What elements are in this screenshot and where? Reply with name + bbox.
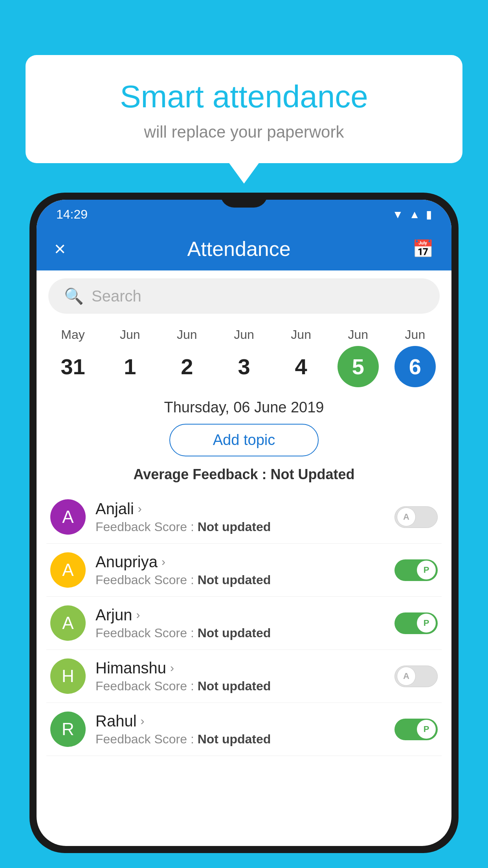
- student-feedback: Feedback Score : Not updated: [95, 732, 394, 747]
- calendar-day-4[interactable]: Jun4: [275, 327, 327, 387]
- student-info: Himanshu ›Feedback Score : Not updated: [95, 659, 394, 693]
- student-item-4[interactable]: RRahul ›Feedback Score : Not updatedP: [46, 703, 442, 756]
- calendar-day-2[interactable]: Jun2: [161, 327, 213, 387]
- chevron-right-icon: ›: [161, 555, 165, 568]
- chevron-right-icon: ›: [170, 661, 174, 675]
- cal-month-label: Jun: [348, 327, 368, 342]
- cal-date-number: 3: [223, 346, 264, 387]
- toggle-thumb: P: [417, 561, 436, 579]
- status-icons: ▼ ▲ ▮: [393, 208, 432, 221]
- cal-date-number: 5: [338, 346, 379, 387]
- cal-date-number: 31: [52, 346, 94, 387]
- student-info: Rahul ›Feedback Score : Not updated: [95, 712, 394, 747]
- feedback-value: Not updated: [198, 573, 271, 587]
- calendar-day-0[interactable]: May31: [48, 327, 99, 387]
- toggle-switch[interactable]: P: [394, 559, 438, 581]
- phone-inner: 14:29 ▼ ▲ ▮ × Attendance 📅 🔍 Search Ma: [37, 200, 451, 846]
- app-bar: × Attendance 📅: [37, 227, 451, 270]
- student-avatar: A: [50, 605, 86, 641]
- student-item-0[interactable]: AAnjali ›Feedback Score : Not updatedA: [46, 491, 442, 544]
- calendar-icon[interactable]: 📅: [412, 239, 434, 259]
- phone-outer: 14:29 ▼ ▲ ▮ × Attendance 📅 🔍 Search Ma: [29, 193, 459, 853]
- attendance-toggle[interactable]: P: [394, 559, 438, 581]
- close-button[interactable]: ×: [54, 237, 66, 260]
- avg-feedback-value: Not Updated: [270, 466, 354, 482]
- chevron-right-icon: ›: [136, 608, 140, 622]
- feedback-value: Not updated: [198, 520, 271, 534]
- toggle-switch[interactable]: A: [394, 506, 438, 528]
- student-feedback: Feedback Score : Not updated: [95, 626, 394, 640]
- toggle-switch[interactable]: P: [394, 612, 438, 634]
- cal-month-label: Jun: [177, 327, 197, 342]
- add-topic-button[interactable]: Add topic: [169, 424, 319, 456]
- wifi-icon: ▼: [393, 208, 404, 221]
- calendar-day-1[interactable]: Jun1: [105, 327, 156, 387]
- bubble-subtitle: will replace your paperwork: [49, 123, 439, 142]
- battery-icon: ▮: [426, 208, 432, 221]
- calendar-day-6[interactable]: Jun6: [389, 327, 440, 387]
- signal-icon: ▲: [409, 208, 420, 221]
- phone-notch: [220, 193, 268, 208]
- student-name: Rahul ›: [95, 712, 394, 730]
- student-name: Anjali ›: [95, 500, 394, 518]
- avg-feedback-label: Average Feedback :: [134, 466, 271, 482]
- student-name: Himanshu ›: [95, 659, 394, 677]
- student-name: Arjun ›: [95, 606, 394, 624]
- phone-container: 14:29 ▼ ▲ ▮ × Attendance 📅 🔍 Search Ma: [29, 193, 459, 868]
- cal-month-label: Jun: [234, 327, 254, 342]
- toggle-thumb: A: [397, 508, 416, 526]
- student-name: Anupriya ›: [95, 553, 394, 571]
- search-icon: 🔍: [64, 287, 84, 305]
- student-feedback: Feedback Score : Not updated: [95, 679, 394, 693]
- student-feedback: Feedback Score : Not updated: [95, 573, 394, 587]
- average-feedback: Average Feedback : Not Updated: [37, 466, 451, 483]
- toggle-switch[interactable]: P: [394, 719, 438, 740]
- search-placeholder: Search: [92, 287, 141, 305]
- student-item-3[interactable]: HHimanshu ›Feedback Score : Not updatedA: [46, 650, 442, 703]
- cal-date-number: 2: [166, 346, 207, 387]
- cal-month-label: Jun: [291, 327, 311, 342]
- cal-date-number: 4: [281, 346, 322, 387]
- attendance-toggle[interactable]: P: [394, 719, 438, 740]
- toggle-thumb: P: [417, 614, 436, 633]
- student-avatar: R: [50, 712, 86, 747]
- student-info: Anupriya ›Feedback Score : Not updated: [95, 553, 394, 587]
- speech-bubble-container: Smart attendance will replace your paper…: [26, 55, 462, 163]
- status-time: 14:29: [56, 207, 88, 222]
- selected-date-label: Thursday, 06 June 2019: [37, 399, 451, 416]
- student-item-2[interactable]: AArjun ›Feedback Score : Not updatedP: [46, 597, 442, 650]
- attendance-toggle[interactable]: A: [394, 506, 438, 528]
- student-info: Arjun ›Feedback Score : Not updated: [95, 606, 394, 640]
- toggle-thumb: P: [417, 720, 436, 739]
- toggle-thumb: A: [397, 667, 416, 686]
- calendar-day-3[interactable]: Jun3: [218, 327, 270, 387]
- app-bar-title: Attendance: [187, 237, 291, 261]
- student-info: Anjali ›Feedback Score : Not updated: [95, 500, 394, 534]
- toggle-switch[interactable]: A: [394, 666, 438, 687]
- chevron-right-icon: ›: [138, 502, 142, 515]
- cal-month-label: May: [61, 327, 84, 342]
- student-avatar: A: [50, 552, 86, 588]
- student-feedback: Feedback Score : Not updated: [95, 520, 394, 534]
- speech-bubble: Smart attendance will replace your paper…: [26, 55, 462, 163]
- attendance-toggle[interactable]: P: [394, 612, 438, 634]
- chevron-right-icon: ›: [141, 714, 145, 728]
- cal-month-label: Jun: [405, 327, 426, 342]
- feedback-value: Not updated: [198, 626, 271, 640]
- calendar-day-5[interactable]: Jun5: [332, 327, 383, 387]
- feedback-value: Not updated: [198, 679, 271, 693]
- student-item-1[interactable]: AAnupriya ›Feedback Score : Not updatedP: [46, 544, 442, 597]
- feedback-value: Not updated: [198, 732, 271, 746]
- cal-month-label: Jun: [120, 327, 140, 342]
- student-avatar: H: [50, 658, 86, 694]
- student-list: AAnjali ›Feedback Score : Not updatedAAA…: [37, 491, 451, 756]
- calendar-strip: May31Jun1Jun2Jun3Jun4Jun5Jun6: [37, 322, 451, 389]
- bubble-title: Smart attendance: [49, 79, 439, 115]
- cal-date-number: 6: [394, 346, 436, 387]
- search-bar[interactable]: 🔍 Search: [48, 278, 440, 314]
- cal-date-number: 1: [109, 346, 150, 387]
- student-avatar: A: [50, 499, 86, 535]
- attendance-toggle[interactable]: A: [394, 666, 438, 687]
